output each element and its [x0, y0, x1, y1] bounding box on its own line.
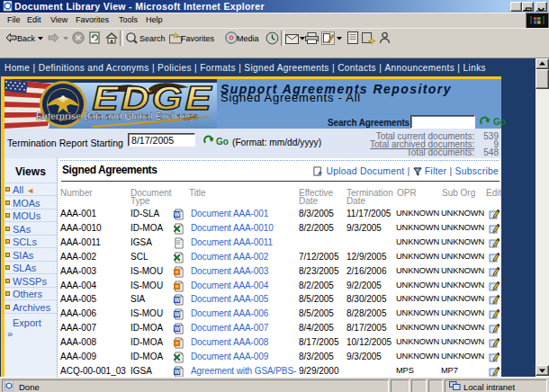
svg-text:W: W [175, 312, 181, 318]
svg-text:W: W [175, 298, 181, 304]
svg-text:W: W [175, 369, 181, 375]
svg-text:W: W [175, 211, 181, 218]
svg-text:W: W [175, 325, 181, 332]
